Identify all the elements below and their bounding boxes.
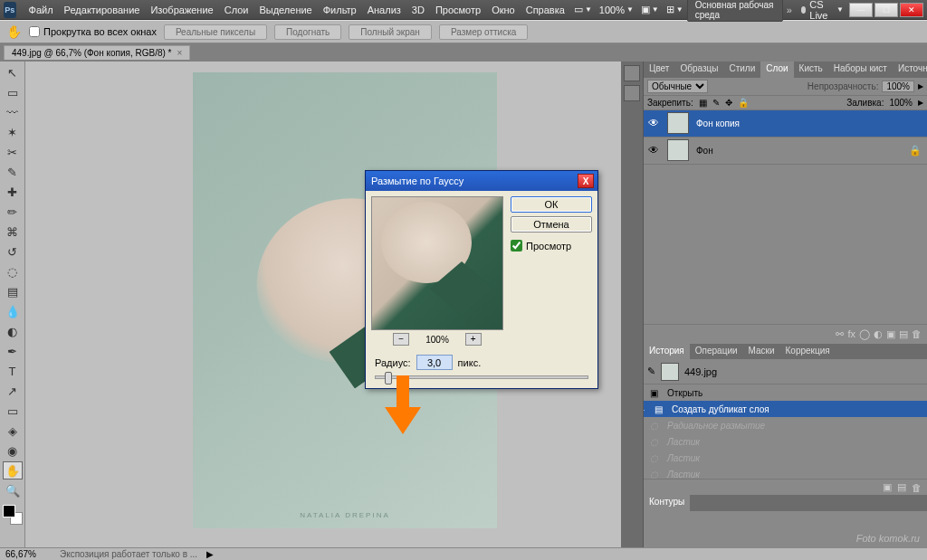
move-tool-icon[interactable]: ↖ — [3, 63, 23, 81]
dock-icon[interactable] — [624, 85, 640, 101]
full-screen-button[interactable]: Полный экран — [349, 24, 432, 40]
history-step[interactable]: ◌Радиальное размытие — [644, 417, 927, 433]
shape-tool-icon[interactable]: ▭ — [3, 402, 23, 420]
tab-history[interactable]: История — [644, 344, 690, 360]
blur-tool-icon[interactable]: 💧 — [3, 302, 23, 320]
extras-icon[interactable]: ⊞▼ — [663, 4, 687, 15]
cancel-button[interactable]: Отмена — [511, 216, 592, 233]
marquee-tool-icon[interactable]: ▭ — [3, 83, 23, 101]
lock-all-icon[interactable]: 🔒 — [738, 98, 749, 108]
history-source-icon[interactable]: ✎ — [647, 365, 655, 377]
layer-style-icon[interactable]: fx — [847, 328, 855, 339]
arrange-documents-icon[interactable]: ▭▼ — [570, 4, 596, 15]
menu-filter[interactable]: Фильтр — [318, 5, 362, 15]
menu-3d[interactable]: 3D — [406, 5, 430, 15]
document-tab[interactable]: 449.jpg @ 66,7% (Фон копия, RGB/8) * × — [4, 45, 190, 60]
window-minimize-button[interactable]: — — [849, 3, 873, 17]
layer-row[interactable]: 👁 Фон копия — [644, 110, 927, 138]
menu-select[interactable]: Выделение — [253, 5, 317, 15]
hand-tool-icon[interactable]: ✋ — [5, 24, 22, 40]
visibility-toggle-icon[interactable]: 👁 — [644, 144, 664, 157]
tab-brush-presets[interactable]: Наборы кист — [828, 62, 893, 78]
brush-tool-icon[interactable]: ✏ — [3, 203, 23, 221]
menu-view[interactable]: Просмотр — [430, 5, 486, 15]
healing-brush-tool-icon[interactable]: ✚ — [3, 183, 23, 201]
pen-tool-icon[interactable]: ✒ — [3, 342, 23, 360]
scroll-all-windows-checkbox[interactable]: Прокрутка во всех окнах — [29, 26, 157, 37]
tab-swatches[interactable]: Образцы — [674, 62, 723, 78]
radius-input[interactable] — [416, 355, 453, 370]
dialog-preview-image[interactable] — [371, 196, 503, 330]
new-layer-icon[interactable]: ▤ — [899, 328, 908, 340]
workspace-selector[interactable]: Основная рабочая среда — [687, 0, 783, 22]
gradient-tool-icon[interactable]: ▤ — [3, 282, 23, 300]
lock-position-icon[interactable]: ✥ — [725, 98, 732, 108]
dialog-titlebar[interactable]: Размытие по Гауссу X — [366, 171, 597, 191]
window-close-button[interactable]: ✕ — [900, 3, 923, 17]
history-step[interactable]: ▣Открыть — [644, 384, 927, 401]
screen-mode-icon[interactable]: ▣▼ — [637, 4, 663, 15]
opacity-value[interactable]: 100% — [882, 81, 914, 92]
history-snapshot-thumbnail[interactable] — [661, 363, 679, 381]
type-tool-icon[interactable]: T — [3, 362, 23, 380]
delete-state-icon[interactable]: 🗑 — [912, 482, 922, 493]
layer-mask-icon[interactable]: ◯ — [859, 328, 870, 340]
link-layers-icon[interactable]: ⚯ — [836, 328, 844, 340]
path-select-tool-icon[interactable]: ↗ — [3, 382, 23, 400]
3d-tool-icon[interactable]: ◈ — [3, 422, 23, 440]
clone-stamp-tool-icon[interactable]: ⌘ — [3, 223, 23, 241]
lasso-tool-icon[interactable]: 〰 — [3, 103, 23, 121]
adjustment-layer-icon[interactable]: ◐ — [874, 328, 883, 340]
color-swatch[interactable] — [3, 505, 23, 525]
crop-tool-icon[interactable]: ✂ — [3, 143, 23, 161]
fill-arrow-icon[interactable]: ▶ — [918, 99, 923, 107]
layer-name[interactable]: Фон копия — [693, 119, 927, 128]
history-step[interactable]: ◌Ластик — [644, 466, 927, 479]
preview-checkbox[interactable]: Просмотр — [511, 240, 592, 252]
fill-value[interactable]: 100% — [889, 98, 913, 108]
new-doc-from-state-icon[interactable]: ▣ — [883, 481, 892, 493]
zoom-level-dropdown[interactable]: 100%▼ — [596, 5, 637, 15]
blend-mode-select[interactable]: Обычные — [647, 80, 708, 93]
tab-actions[interactable]: Операции — [690, 344, 743, 360]
quick-select-tool-icon[interactable]: ✶ — [3, 123, 23, 141]
lock-pixels-icon[interactable]: ✎ — [712, 98, 720, 108]
history-step[interactable]: ◌Ластик — [644, 433, 927, 450]
history-brush-tool-icon[interactable]: ↺ — [3, 242, 23, 261]
tab-styles[interactable]: Стили — [723, 62, 760, 78]
cs-live-button[interactable]: CS Live▼ — [801, 0, 844, 21]
layer-name[interactable]: Фон — [693, 146, 903, 156]
layer-row[interactable]: 👁 Фон 🔒 — [644, 138, 927, 165]
menu-edit[interactable]: Редактирование — [59, 5, 146, 15]
3d-camera-tool-icon[interactable]: ◉ — [3, 441, 23, 460]
actual-pixels-button[interactable]: Реальные пикселы — [164, 24, 267, 40]
status-info[interactable]: Экспозиция работает только в ... — [60, 549, 197, 559]
layer-thumbnail[interactable] — [667, 112, 689, 134]
menu-window[interactable]: Окно — [486, 5, 521, 15]
eraser-tool-icon[interactable]: ◌ — [3, 262, 23, 280]
menu-help[interactable]: Справка — [521, 5, 570, 15]
delete-layer-icon[interactable]: 🗑 — [912, 328, 922, 339]
history-step[interactable]: ◌Ластик — [644, 450, 927, 466]
print-size-button[interactable]: Размер оттиска — [439, 24, 528, 40]
lock-transparency-icon[interactable]: ▦ — [699, 98, 707, 108]
fit-screen-button[interactable]: Подогнать — [274, 24, 341, 40]
close-tab-icon[interactable]: × — [177, 48, 182, 58]
hand-tool-icon[interactable]: ✋ — [3, 461, 23, 479]
tab-brush[interactable]: Кисть — [794, 62, 828, 78]
status-zoom[interactable]: 66,67% — [5, 549, 51, 559]
dialog-close-button[interactable]: X — [578, 174, 594, 188]
zoom-in-button[interactable]: + — [465, 333, 482, 346]
status-arrow-icon[interactable]: ▶ — [206, 549, 214, 559]
opacity-arrow-icon[interactable]: ▶ — [918, 82, 923, 90]
menu-analysis[interactable]: Анализ — [362, 5, 406, 15]
tab-adjustments[interactable]: Коррекция — [780, 344, 836, 360]
visibility-toggle-icon[interactable]: 👁 — [644, 117, 664, 129]
dodge-tool-icon[interactable]: ◐ — [3, 322, 23, 340]
tab-paths[interactable]: Контуры — [644, 495, 690, 511]
new-group-icon[interactable]: ▣ — [886, 328, 895, 340]
tab-color[interactable]: Цвет — [644, 62, 674, 78]
tab-masks[interactable]: Маски — [743, 344, 780, 360]
menu-image[interactable]: Изображение — [145, 5, 218, 15]
dock-icon[interactable] — [624, 65, 640, 81]
